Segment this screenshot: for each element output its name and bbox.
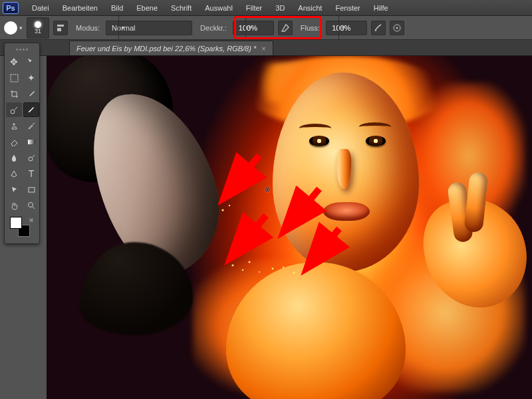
svg-rect-3 <box>11 74 18 82</box>
svg-point-17 <box>249 261 251 263</box>
svg-point-8 <box>28 202 33 207</box>
menu-window[interactable]: Fenster <box>329 1 366 15</box>
crop-tool[interactable] <box>6 86 22 101</box>
document-tab-title: Feuer und Eis by MDI.psd bei 22,6% (Spar… <box>76 45 256 53</box>
svg-point-18 <box>259 271 260 273</box>
chevron-down-icon: ▾ <box>338 16 342 39</box>
tool-preset-picker[interactable]: ▾ <box>19 25 23 31</box>
zoom-tool[interactable] <box>23 198 39 213</box>
brush-preset-picker[interactable]: 31 <box>27 17 49 39</box>
blend-mode-label: Modus: <box>76 24 100 32</box>
brush-size-value: 31 <box>35 29 41 35</box>
menu-file[interactable]: Datei <box>25 1 56 15</box>
panel-grip-icon[interactable] <box>6 46 38 53</box>
svg-point-6 <box>29 157 33 161</box>
history-brush-tool[interactable] <box>23 118 39 133</box>
menu-edit[interactable]: Bearbeiten <box>56 1 104 15</box>
svg-line-11 <box>286 189 319 229</box>
dodge-tool[interactable] <box>23 150 39 165</box>
options-bar: ▾ 31 Modus: Normal ▾ Deckkr.: 100% ▾ Flu… <box>0 16 532 40</box>
menu-select[interactable]: Auswahl <box>198 1 239 15</box>
app-logo: Ps <box>3 2 19 14</box>
hand-tool[interactable] <box>6 198 22 213</box>
foreground-color[interactable] <box>10 217 22 229</box>
menu-view[interactable]: Ansicht <box>291 1 329 15</box>
svg-point-15 <box>231 264 233 266</box>
rect-marquee-tool[interactable] <box>6 70 22 85</box>
airbrush-toggle-icon[interactable] <box>371 21 386 35</box>
type-tool[interactable]: T <box>23 166 39 181</box>
annotation-arrows <box>47 56 532 399</box>
chevron-down-icon: ▾ <box>245 16 249 39</box>
close-icon[interactable]: × <box>261 45 265 53</box>
svg-line-9 <box>226 156 259 196</box>
brush-panel-toggle-icon[interactable] <box>53 21 68 35</box>
eraser-tool[interactable] <box>6 134 22 149</box>
pressure-size-icon[interactable] <box>390 21 404 35</box>
blur-tool[interactable] <box>6 150 22 165</box>
document-tab-bar: Feuer und Eis by MDI.psd bei 22,6% (Spar… <box>0 40 532 56</box>
menu-filter[interactable]: Filter <box>239 1 269 15</box>
svg-point-0 <box>375 30 376 31</box>
chevron-down-icon: ▾ <box>118 16 122 39</box>
spot-healing-brush-tool[interactable] <box>6 102 22 117</box>
swap-colors-icon[interactable]: ⤭ <box>29 217 34 223</box>
tools-panel: ✥ ✦ T <box>4 43 40 244</box>
flow-label: Fluss: <box>301 24 320 32</box>
svg-point-4 <box>11 110 15 114</box>
path-selection-tool[interactable] <box>6 182 22 197</box>
menu-image[interactable]: Bild <box>104 1 130 15</box>
pressure-opacity-icon[interactable] <box>278 21 293 35</box>
menu-bar: Ps Datei Bearbeiten Bild Ebene Schrift A… <box>0 0 532 16</box>
blend-mode-select[interactable]: Normal ▾ <box>106 21 192 35</box>
color-swatches[interactable]: ⤭ <box>6 217 38 239</box>
rectangle-tool[interactable] <box>23 182 39 197</box>
canvas[interactable]: ⊕ <box>47 56 532 399</box>
svg-point-20 <box>283 267 284 268</box>
flow-input[interactable]: 100% ▾ <box>326 21 367 35</box>
svg-point-21 <box>293 272 295 274</box>
brush-preview-icon <box>35 21 41 28</box>
opacity-input[interactable]: 100% ▾ <box>233 21 274 35</box>
pen-tool[interactable] <box>6 166 22 181</box>
opacity-label: Deckkr.: <box>200 24 227 32</box>
svg-point-2 <box>396 27 398 29</box>
menu-3d[interactable]: 3D <box>269 1 291 15</box>
gradient-tool[interactable] <box>23 134 39 149</box>
document-artwork: ⊕ <box>47 56 532 399</box>
menu-help[interactable]: Hilfe <box>367 1 395 15</box>
menu-layer[interactable]: Ebene <box>130 1 164 15</box>
artboard-tool[interactable] <box>23 55 39 69</box>
move-tool[interactable]: ✥ <box>6 55 22 69</box>
svg-line-10 <box>233 215 266 255</box>
clone-stamp-tool[interactable] <box>6 118 22 133</box>
document-tab[interactable]: Feuer und Eis by MDI.psd bei 22,6% (Spar… <box>69 41 273 55</box>
svg-point-14 <box>229 205 230 206</box>
svg-rect-5 <box>28 140 35 144</box>
menu-type[interactable]: Schrift <box>164 1 198 15</box>
svg-point-19 <box>272 268 274 270</box>
tool-preset-icon[interactable] <box>4 21 17 35</box>
brush-tool[interactable] <box>23 102 39 117</box>
eyedropper-tool[interactable] <box>23 86 39 101</box>
magic-wand-tool[interactable]: ✦ <box>23 70 39 85</box>
svg-rect-7 <box>29 188 35 192</box>
svg-point-13 <box>221 209 223 211</box>
svg-point-16 <box>242 269 243 271</box>
svg-line-12 <box>309 229 339 265</box>
